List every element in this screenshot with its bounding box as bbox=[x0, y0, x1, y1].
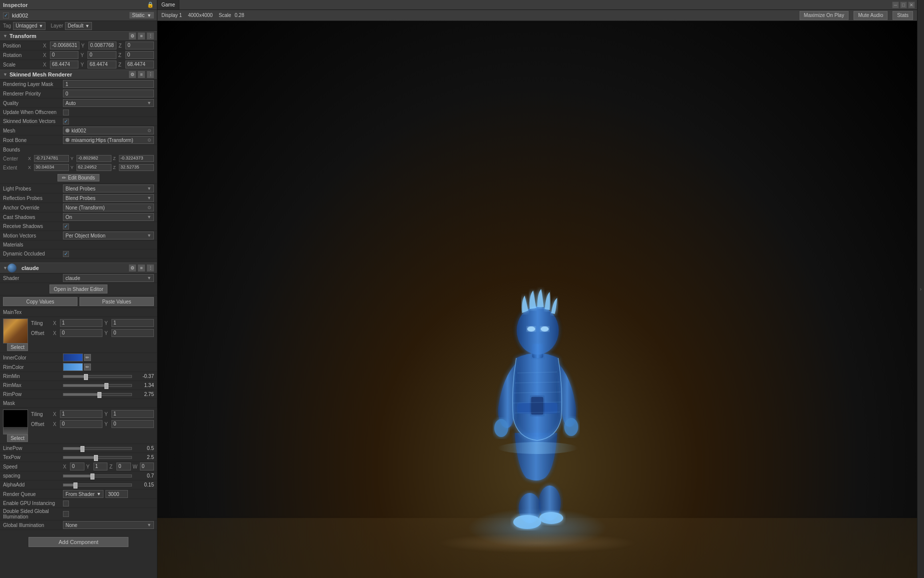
skinned-mesh-header[interactable]: ▼ Skinned Mesh Renderer ⚙ ≡ ⋮ bbox=[0, 70, 157, 80]
mask-tiling-y-input[interactable]: 1 bbox=[111, 410, 154, 418]
offset-x-input[interactable]: 0 bbox=[60, 329, 102, 337]
speed-x-input[interactable]: 0 bbox=[70, 462, 84, 470]
reflection-probes-dropdown[interactable]: Blend Probes ▼ bbox=[63, 194, 154, 202]
gpu-instancing-checkbox[interactable] bbox=[63, 500, 69, 506]
layer-dropdown[interactable]: Default ▼ bbox=[65, 22, 92, 30]
transform-icon-2[interactable]: ≡ bbox=[138, 32, 145, 40]
add-component-button[interactable]: Add Component bbox=[28, 537, 128, 547]
skinned-icon-2[interactable]: ≡ bbox=[138, 71, 145, 78]
maximize-button[interactable]: □ bbox=[900, 2, 907, 8]
rim-pow-thumb[interactable] bbox=[97, 392, 101, 398]
speed-y-input[interactable]: 1 bbox=[93, 462, 108, 470]
game-tab[interactable]: Game bbox=[157, 0, 179, 10]
panel-collapse-icon[interactable]: › bbox=[920, 286, 922, 292]
speed-w-input[interactable]: 0 bbox=[140, 462, 154, 470]
close-button[interactable]: ✕ bbox=[908, 2, 915, 8]
render-queue-number[interactable]: 3000 bbox=[105, 490, 128, 498]
renderer-priority-value[interactable]: 0 bbox=[63, 90, 154, 98]
rim-max-thumb[interactable] bbox=[104, 383, 108, 389]
transform-icon-3[interactable]: ⋮ bbox=[147, 32, 154, 40]
tex-pow-slider[interactable] bbox=[63, 456, 132, 459]
rendering-layer-value[interactable]: 1 bbox=[63, 80, 154, 88]
dynamic-occluded-checkbox[interactable]: ✓ bbox=[63, 251, 69, 257]
game-canvas[interactable] bbox=[157, 21, 917, 578]
stats-button[interactable]: Stats bbox=[893, 11, 913, 20]
edit-bounds-button[interactable]: ✏ Edit Bounds bbox=[57, 174, 99, 182]
lock-icon[interactable]: 🔒 bbox=[147, 2, 154, 8]
line-pow-slider[interactable] bbox=[63, 447, 132, 450]
maximize-on-play-button[interactable]: Maximize On Play bbox=[800, 11, 849, 20]
mask-select-button[interactable]: Select bbox=[7, 434, 28, 442]
object-active-checkbox[interactable]: ✓ bbox=[3, 12, 9, 18]
paste-values-button[interactable]: Paste Values bbox=[79, 297, 154, 306]
scale-x-input[interactable]: 68.4474 bbox=[50, 60, 78, 68]
double-sided-gi-checkbox[interactable] bbox=[63, 511, 69, 517]
material-icon-3[interactable]: ⋮ bbox=[147, 264, 154, 272]
render-queue-type[interactable]: From Shader ▼ bbox=[63, 490, 103, 498]
shader-dropdown[interactable]: claude ▼ bbox=[63, 274, 154, 282]
mask-preview[interactable] bbox=[3, 410, 28, 434]
copy-values-button[interactable]: Copy Values bbox=[3, 297, 77, 306]
transform-component-header[interactable]: ▼ Transform ⚙ ≡ ⋮ bbox=[0, 31, 157, 41]
center-z-val[interactable]: -0.3224373 bbox=[119, 155, 154, 162]
extent-x-val[interactable]: 30.04034 bbox=[34, 164, 69, 171]
speed-z-input[interactable]: 0 bbox=[116, 462, 131, 470]
position-z-input[interactable]: 0 bbox=[125, 42, 154, 50]
global-illumination-dropdown[interactable]: None ▼ bbox=[63, 521, 154, 529]
offset-y-input[interactable]: 0 bbox=[111, 329, 154, 337]
center-x-val[interactable]: -0.7174781 bbox=[34, 155, 69, 162]
spacing-slider[interactable] bbox=[63, 474, 132, 478]
mask-offset-y-input[interactable]: 0 bbox=[111, 420, 154, 428]
position-x-input[interactable]: -0.0068631 bbox=[50, 42, 79, 50]
anchor-override-ref[interactable]: None (Transform) ⊙ bbox=[63, 204, 154, 212]
tiling-x-input[interactable]: 1 bbox=[60, 319, 102, 327]
mask-tiling-x-input[interactable]: 1 bbox=[60, 410, 102, 418]
extent-y-val[interactable]: 62.24952 bbox=[76, 164, 111, 171]
static-badge[interactable]: Static ▼ bbox=[129, 12, 154, 18]
material-icon-1[interactable]: ⚙ bbox=[129, 264, 136, 272]
transform-icon-1[interactable]: ⚙ bbox=[129, 32, 136, 40]
root-bone-ref[interactable]: mixamorig:Hips (Transform) ⊙ bbox=[63, 136, 154, 144]
minimize-button[interactable]: ─ bbox=[892, 2, 899, 8]
mask-offset-x-input[interactable]: 0 bbox=[60, 420, 102, 428]
inner-color-edit-button[interactable]: ✏ bbox=[84, 354, 91, 361]
rotation-z-input[interactable]: 0 bbox=[125, 51, 154, 59]
rotation-y-input[interactable]: 0 bbox=[87, 51, 116, 59]
extent-z-val[interactable]: 32.52735 bbox=[119, 164, 154, 171]
material-component-header[interactable]: ▼ claude ⚙ ≡ ⋮ bbox=[0, 262, 157, 274]
update-offscreen-checkbox[interactable] bbox=[63, 110, 69, 116]
skinned-icon-1[interactable]: ⚙ bbox=[129, 71, 136, 78]
position-y-input[interactable]: 0.0087768 bbox=[88, 42, 117, 50]
main-tex-preview[interactable] bbox=[3, 318, 28, 344]
rim-min-thumb[interactable] bbox=[84, 374, 88, 380]
rim-max-slider[interactable] bbox=[63, 384, 132, 387]
scale-z-input[interactable]: 68.4474 bbox=[125, 60, 154, 68]
main-tex-select-button[interactable]: Select bbox=[7, 344, 28, 351]
rim-color-edit-button[interactable]: ✏ bbox=[84, 364, 91, 370]
inner-color-swatch[interactable] bbox=[63, 354, 83, 362]
skinned-icon-3[interactable]: ⋮ bbox=[147, 71, 154, 78]
rim-pow-slider[interactable] bbox=[63, 393, 132, 396]
rim-color-swatch[interactable] bbox=[63, 363, 83, 371]
line-pow-thumb[interactable] bbox=[80, 446, 84, 452]
center-y-val[interactable]: -0.802982 bbox=[76, 155, 111, 162]
receive-shadows-checkbox[interactable]: ✓ bbox=[63, 224, 69, 230]
mesh-ref[interactable]: kld002 ⊙ bbox=[63, 126, 154, 134]
mute-audio-button[interactable]: Mute Audio bbox=[854, 11, 888, 20]
cast-shadows-dropdown[interactable]: On ▼ bbox=[63, 213, 154, 221]
skinned-motion-checkbox[interactable]: ✓ bbox=[63, 118, 69, 124]
rim-min-slider[interactable] bbox=[63, 375, 132, 378]
tiling-y-input[interactable]: 1 bbox=[111, 319, 154, 327]
alpha-add-thumb[interactable] bbox=[73, 482, 77, 488]
motion-vectors-dropdown[interactable]: Per Object Motion ▼ bbox=[63, 232, 154, 240]
scale-y-input[interactable]: 68.4474 bbox=[87, 60, 116, 68]
material-icon-2[interactable]: ≡ bbox=[138, 264, 145, 272]
open-shader-editor-button[interactable]: Open in Shader Editor bbox=[49, 284, 108, 294]
tex-pow-thumb[interactable] bbox=[94, 455, 98, 461]
tag-dropdown[interactable]: Untagged ▼ bbox=[13, 22, 45, 30]
light-probes-dropdown[interactable]: Blend Probes ▼ bbox=[63, 184, 154, 192]
quality-dropdown[interactable]: Auto ▼ bbox=[63, 99, 154, 107]
alpha-add-slider[interactable] bbox=[63, 484, 132, 486]
spacing-thumb[interactable] bbox=[90, 474, 94, 480]
rotation-x-input[interactable]: 0 bbox=[50, 51, 78, 59]
